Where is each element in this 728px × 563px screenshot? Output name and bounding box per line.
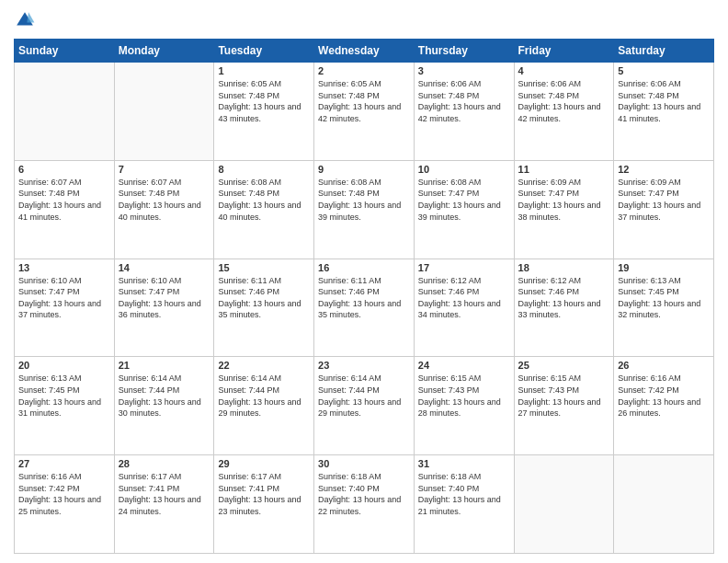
- day-number: 4: [518, 65, 610, 76]
- day-info: Sunrise: 6:11 AM Sunset: 7:46 PM Dayligh…: [318, 275, 410, 321]
- day-info: Sunrise: 6:14 AM Sunset: 7:44 PM Dayligh…: [119, 373, 210, 419]
- day-info: Sunrise: 6:12 AM Sunset: 7:46 PM Dayligh…: [418, 275, 510, 321]
- calendar-week-row: 13Sunrise: 6:10 AM Sunset: 7:47 PM Dayli…: [15, 259, 714, 357]
- calendar-header-cell: Saturday: [614, 40, 714, 63]
- calendar-cell: 31Sunrise: 6:18 AM Sunset: 7:40 PM Dayli…: [414, 455, 514, 554]
- calendar-cell: 15Sunrise: 6:11 AM Sunset: 7:46 PM Dayli…: [214, 259, 314, 357]
- day-info: Sunrise: 6:08 AM Sunset: 7:48 PM Dayligh…: [318, 177, 410, 223]
- day-number: 1: [218, 65, 310, 76]
- day-number: 22: [218, 360, 310, 371]
- day-info: Sunrise: 6:10 AM Sunset: 7:47 PM Dayligh…: [119, 275, 210, 321]
- calendar-cell: 23Sunrise: 6:14 AM Sunset: 7:44 PM Dayli…: [314, 357, 415, 455]
- day-number: 31: [418, 458, 510, 469]
- calendar-header-cell: Wednesday: [314, 40, 415, 63]
- day-info: Sunrise: 6:09 AM Sunset: 7:47 PM Dayligh…: [618, 177, 710, 223]
- day-number: 28: [119, 458, 210, 469]
- day-number: 3: [418, 65, 510, 76]
- day-info: Sunrise: 6:07 AM Sunset: 7:48 PM Dayligh…: [18, 177, 110, 223]
- calendar-header-cell: Sunday: [15, 40, 115, 63]
- day-number: 29: [218, 458, 310, 469]
- logo-icon: [14, 9, 36, 31]
- day-info: Sunrise: 6:06 AM Sunset: 7:48 PM Dayligh…: [518, 78, 610, 124]
- day-number: 15: [218, 262, 310, 273]
- logo: [14, 9, 40, 31]
- calendar-cell: 25Sunrise: 6:15 AM Sunset: 7:43 PM Dayli…: [514, 357, 614, 455]
- header: [14, 9, 714, 31]
- calendar-cell: 12Sunrise: 6:09 AM Sunset: 7:47 PM Dayli…: [614, 160, 714, 259]
- day-info: Sunrise: 6:16 AM Sunset: 7:42 PM Dayligh…: [18, 471, 110, 517]
- calendar-cell: 14Sunrise: 6:10 AM Sunset: 7:47 PM Dayli…: [114, 259, 214, 357]
- calendar-cell: 29Sunrise: 6:17 AM Sunset: 7:41 PM Dayli…: [214, 455, 314, 554]
- calendar-header-cell: Friday: [514, 40, 614, 63]
- calendar-week-row: 27Sunrise: 6:16 AM Sunset: 7:42 PM Dayli…: [15, 455, 714, 554]
- day-info: Sunrise: 6:05 AM Sunset: 7:48 PM Dayligh…: [318, 78, 410, 124]
- calendar-cell: 17Sunrise: 6:12 AM Sunset: 7:46 PM Dayli…: [414, 259, 514, 357]
- day-number: 8: [218, 164, 310, 175]
- day-number: 21: [119, 360, 210, 371]
- day-info: Sunrise: 6:12 AM Sunset: 7:46 PM Dayligh…: [518, 275, 610, 321]
- calendar-cell: [114, 63, 214, 161]
- day-number: 25: [518, 360, 610, 371]
- day-number: 30: [318, 458, 410, 469]
- calendar-cell: [614, 455, 714, 554]
- calendar-week-row: 1Sunrise: 6:05 AM Sunset: 7:48 PM Daylig…: [15, 63, 714, 161]
- calendar-cell: 24Sunrise: 6:15 AM Sunset: 7:43 PM Dayli…: [414, 357, 514, 455]
- calendar-header-row: SundayMondayTuesdayWednesdayThursdayFrid…: [15, 40, 714, 63]
- calendar-cell: 18Sunrise: 6:12 AM Sunset: 7:46 PM Dayli…: [514, 259, 614, 357]
- day-info: Sunrise: 6:11 AM Sunset: 7:46 PM Dayligh…: [218, 275, 310, 321]
- day-number: 19: [618, 262, 710, 273]
- calendar-header-cell: Tuesday: [214, 40, 314, 63]
- day-info: Sunrise: 6:06 AM Sunset: 7:48 PM Dayligh…: [618, 78, 710, 124]
- calendar-cell: 22Sunrise: 6:14 AM Sunset: 7:44 PM Dayli…: [214, 357, 314, 455]
- calendar-week-row: 20Sunrise: 6:13 AM Sunset: 7:45 PM Dayli…: [15, 357, 714, 455]
- day-info: Sunrise: 6:08 AM Sunset: 7:48 PM Dayligh…: [218, 177, 310, 223]
- calendar-cell: 7Sunrise: 6:07 AM Sunset: 7:48 PM Daylig…: [114, 160, 214, 259]
- day-info: Sunrise: 6:13 AM Sunset: 7:45 PM Dayligh…: [618, 275, 710, 321]
- day-info: Sunrise: 6:07 AM Sunset: 7:48 PM Dayligh…: [119, 177, 210, 223]
- calendar-cell: 26Sunrise: 6:16 AM Sunset: 7:42 PM Dayli…: [614, 357, 714, 455]
- calendar-week-row: 6Sunrise: 6:07 AM Sunset: 7:48 PM Daylig…: [15, 160, 714, 259]
- calendar-cell: 16Sunrise: 6:11 AM Sunset: 7:46 PM Dayli…: [314, 259, 415, 357]
- calendar-cell: 6Sunrise: 6:07 AM Sunset: 7:48 PM Daylig…: [15, 160, 115, 259]
- calendar-cell: 8Sunrise: 6:08 AM Sunset: 7:48 PM Daylig…: [214, 160, 314, 259]
- day-info: Sunrise: 6:08 AM Sunset: 7:47 PM Dayligh…: [418, 177, 510, 223]
- day-number: 5: [618, 65, 710, 76]
- calendar-table: SundayMondayTuesdayWednesdayThursdayFrid…: [14, 39, 714, 554]
- day-number: 6: [18, 164, 110, 175]
- calendar-cell: 19Sunrise: 6:13 AM Sunset: 7:45 PM Dayli…: [614, 259, 714, 357]
- svg-marker-1: [27, 12, 34, 22]
- day-number: 24: [418, 360, 510, 371]
- day-info: Sunrise: 6:15 AM Sunset: 7:43 PM Dayligh…: [518, 373, 610, 419]
- day-number: 14: [119, 262, 210, 273]
- calendar-cell: 28Sunrise: 6:17 AM Sunset: 7:41 PM Dayli…: [114, 455, 214, 554]
- day-number: 16: [318, 262, 410, 273]
- day-number: 23: [318, 360, 410, 371]
- day-info: Sunrise: 6:06 AM Sunset: 7:48 PM Dayligh…: [418, 78, 510, 124]
- day-info: Sunrise: 6:18 AM Sunset: 7:40 PM Dayligh…: [318, 471, 410, 517]
- day-info: Sunrise: 6:14 AM Sunset: 7:44 PM Dayligh…: [218, 373, 310, 419]
- day-number: 10: [418, 164, 510, 175]
- day-number: 12: [618, 164, 710, 175]
- calendar-cell: 11Sunrise: 6:09 AM Sunset: 7:47 PM Dayli…: [514, 160, 614, 259]
- calendar-cell: 30Sunrise: 6:18 AM Sunset: 7:40 PM Dayli…: [314, 455, 415, 554]
- calendar-cell: 4Sunrise: 6:06 AM Sunset: 7:48 PM Daylig…: [514, 63, 614, 161]
- calendar-cell: 2Sunrise: 6:05 AM Sunset: 7:48 PM Daylig…: [314, 63, 415, 161]
- calendar-cell: 9Sunrise: 6:08 AM Sunset: 7:48 PM Daylig…: [314, 160, 415, 259]
- calendar-cell: 21Sunrise: 6:14 AM Sunset: 7:44 PM Dayli…: [114, 357, 214, 455]
- calendar-cell: 10Sunrise: 6:08 AM Sunset: 7:47 PM Dayli…: [414, 160, 514, 259]
- day-number: 13: [18, 262, 110, 273]
- day-info: Sunrise: 6:09 AM Sunset: 7:47 PM Dayligh…: [518, 177, 610, 223]
- day-info: Sunrise: 6:18 AM Sunset: 7:40 PM Dayligh…: [418, 471, 510, 517]
- calendar-cell: [514, 455, 614, 554]
- calendar-header-cell: Monday: [114, 40, 214, 63]
- day-info: Sunrise: 6:10 AM Sunset: 7:47 PM Dayligh…: [18, 275, 110, 321]
- day-info: Sunrise: 6:05 AM Sunset: 7:48 PM Dayligh…: [218, 78, 310, 124]
- calendar-cell: [15, 63, 115, 161]
- day-number: 20: [18, 360, 110, 371]
- day-info: Sunrise: 6:16 AM Sunset: 7:42 PM Dayligh…: [618, 373, 710, 419]
- calendar-cell: 5Sunrise: 6:06 AM Sunset: 7:48 PM Daylig…: [614, 63, 714, 161]
- day-info: Sunrise: 6:14 AM Sunset: 7:44 PM Dayligh…: [318, 373, 410, 419]
- day-number: 2: [318, 65, 410, 76]
- calendar-cell: 1Sunrise: 6:05 AM Sunset: 7:48 PM Daylig…: [214, 63, 314, 161]
- calendar-cell: 20Sunrise: 6:13 AM Sunset: 7:45 PM Dayli…: [15, 357, 115, 455]
